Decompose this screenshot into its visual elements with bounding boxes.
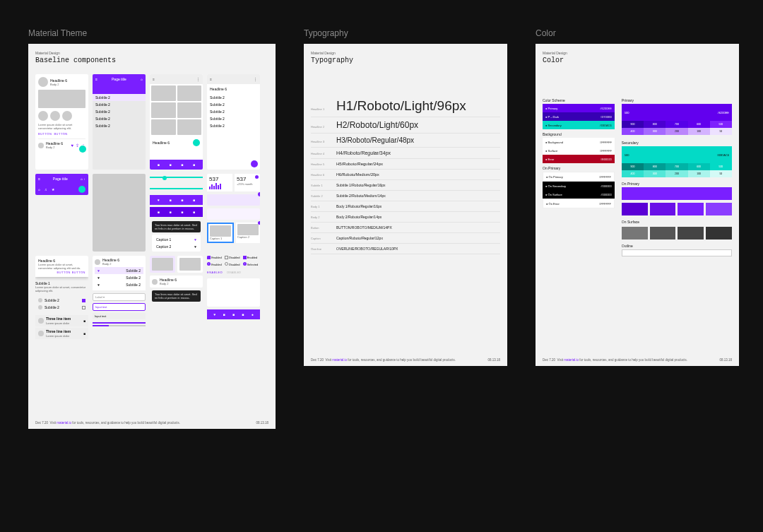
share-icon[interactable] bbox=[76, 143, 79, 148]
shade-100: 100 bbox=[688, 128, 710, 135]
swatch: ● Surface#FFFFFF bbox=[543, 146, 615, 155]
tile-toolbars: ■■■ ■■■■ Two lines max dolor sit amet. S… bbox=[150, 174, 203, 252]
type-row: Headline 3H3/Roboto/Regular/48px bbox=[311, 134, 500, 148]
footer-link[interactable]: material.io bbox=[57, 421, 71, 425]
type-row: OverlineOVERLINE/ROBOTO/REGULAR/10PX bbox=[311, 244, 500, 254]
shade-900: 900 bbox=[622, 121, 644, 128]
page-title: Page title bbox=[112, 77, 126, 81]
swatch: ● On Surface#000000 bbox=[543, 190, 615, 199]
shade-400: 400 bbox=[622, 170, 644, 177]
type-row: Subtitle 2Subtitle 2/Roboto/Medium/14px bbox=[311, 191, 500, 201]
column-color: Color Material Design Color Color Scheme… bbox=[536, 28, 739, 366]
swatch: ● P – Dark#3700B3 bbox=[543, 112, 615, 121]
tile-dialogs: Headline 6 Lorem ipsum dolor sit amet, c… bbox=[35, 256, 88, 348]
card-button[interactable]: BUTTON bbox=[38, 132, 52, 136]
tile-metrics: 537 537 +25% month Caption 1 bbox=[207, 174, 260, 252]
swatch: ● Secondary#03DAC6 bbox=[543, 121, 615, 129]
card-headline: Headline 6 bbox=[50, 78, 67, 83]
column-label: Color bbox=[536, 28, 739, 38]
shade-800: 800 bbox=[644, 121, 666, 128]
shade-900: 900 bbox=[622, 163, 644, 170]
sheet-footer: Dec 7.20 Visit material.io for tools, re… bbox=[35, 421, 268, 425]
tile-top-appbar: Page title ♫★ bbox=[35, 174, 88, 195]
tile-card: Headline 6 Body 2 Lorem ipsum dolor sit … bbox=[35, 74, 88, 170]
metric-a: 537 bbox=[209, 176, 230, 182]
type-row: Headline 6H6/Roboto/Medium/20px bbox=[311, 170, 500, 180]
text-input[interactable]: Input text bbox=[93, 303, 146, 311]
search-icon[interactable] bbox=[141, 77, 143, 81]
sheet-kicker: Material Design bbox=[35, 51, 268, 55]
shade-200: 200 bbox=[666, 128, 687, 135]
sheet-typography[interactable]: Material Design Typography Headline 1H1/… bbox=[304, 44, 507, 366]
type-row: Headline 2H2/Roboto/Light/60px bbox=[311, 117, 500, 134]
shade-500: 500 bbox=[710, 121, 732, 128]
shade-300: 300 bbox=[644, 170, 666, 177]
shade-100: 100 bbox=[688, 170, 710, 177]
filled-input[interactable]: Input text bbox=[93, 313, 146, 319]
tile-image-grid: Headline 6 ■■■■ bbox=[150, 74, 203, 170]
enabled-button[interactable]: ENABLED bbox=[207, 271, 223, 274]
swatch: ● On Error#FFFFFF bbox=[543, 199, 615, 208]
column-theme: Material Theme Material Design Baseline … bbox=[28, 28, 276, 429]
tile-cards-checks: Headline 6Body 2 Two lines max dolor sit… bbox=[150, 256, 203, 348]
swatch: ● Primary#6200EE bbox=[543, 104, 615, 112]
shade-700: 700 bbox=[666, 163, 687, 170]
dropdown[interactable]: Label ▾ bbox=[93, 293, 146, 301]
shade-200: 200 bbox=[666, 170, 687, 177]
type-row: Body 2Body 2/Roboto/Regular/14px bbox=[311, 212, 500, 223]
type-row: Body 1Body 1/Roboto/Regular/16px bbox=[311, 201, 500, 212]
shade-700: 700 bbox=[666, 121, 687, 128]
swatch: ● On Secondary#000000 bbox=[543, 182, 615, 190]
type-scale: Headline 1H1/Roboto/Light/96pxHeadline 2… bbox=[311, 95, 500, 254]
shade-600: 600 bbox=[688, 121, 710, 128]
heart-icon[interactable] bbox=[71, 143, 73, 148]
tile-controls: Enabled Disabled Enabled Enabled Disable… bbox=[207, 256, 260, 348]
more-icon[interactable] bbox=[196, 77, 200, 81]
sheet-material-theme[interactable]: Material Design Baseline components Head… bbox=[28, 44, 276, 429]
column-typography: Typography Material Design Typography He… bbox=[304, 28, 507, 366]
shade-500: 500 bbox=[710, 163, 732, 170]
menu-icon[interactable] bbox=[210, 77, 212, 81]
swatch: ● Error#B00020 bbox=[543, 155, 615, 163]
shade-50: 50 bbox=[710, 128, 732, 135]
shade-400: 400 bbox=[622, 128, 644, 135]
shade-600: 600 bbox=[688, 163, 710, 170]
menu-icon[interactable] bbox=[95, 77, 97, 81]
tile-drawer: Page title Subtitle 2 Subtitle 2 Subtitl… bbox=[93, 74, 146, 170]
shade-800: 800 bbox=[644, 163, 666, 170]
type-row: Headline 4H4/Roboto/Regular/34px bbox=[311, 148, 500, 159]
menu-icon[interactable] bbox=[153, 77, 155, 81]
swatch: ● On Primary#FFFFFF bbox=[543, 172, 615, 182]
type-row: Headline 1H1/Roboto/Light/96px bbox=[311, 95, 500, 117]
disabled-button: DISABLED bbox=[227, 271, 241, 274]
sheet-title: Baseline components bbox=[35, 57, 268, 64]
design-canvas: Material Theme Material Design Baseline … bbox=[28, 28, 735, 429]
column-label: Typography bbox=[304, 28, 507, 38]
type-row: ButtonBUTTON/ROBOTO/MEDIUM/14PX bbox=[311, 223, 500, 233]
swatch: ● Background#FFFFFF bbox=[543, 138, 615, 146]
type-row: Subtitle 1Subtitle 1/Roboto/Regular/16px bbox=[311, 180, 500, 191]
shade-300: 300 bbox=[644, 128, 666, 135]
tile-list-inputs: Headline 6Body 2 Subtitle 2 Subtitle 2 S… bbox=[93, 256, 146, 348]
type-row: CaptionCaption/Roboto/Regular/12px bbox=[311, 233, 500, 244]
snackbar: Two lines max dolor sit amet. Sed mi fel… bbox=[152, 221, 201, 232]
tile-image-placeholder bbox=[93, 174, 146, 252]
type-row: Headline 5H5/Roboto/Regular/24px bbox=[311, 159, 500, 170]
column-label: Material Theme bbox=[28, 28, 276, 38]
sheet-color[interactable]: Material Design Color Color Scheme ● Pri… bbox=[536, 44, 739, 366]
shade-50: 50 bbox=[710, 170, 732, 177]
card-body: Body 2 bbox=[50, 83, 67, 86]
tile-settings-list: Headline 6 Subtitle 2 Subtitle 2 Subtitl… bbox=[207, 74, 260, 170]
color-columns: Color Scheme ● Primary#6200EE● P – Dark#… bbox=[543, 95, 732, 256]
component-tiles: Headline 6 Body 2 Lorem ipsum dolor sit … bbox=[35, 74, 268, 348]
